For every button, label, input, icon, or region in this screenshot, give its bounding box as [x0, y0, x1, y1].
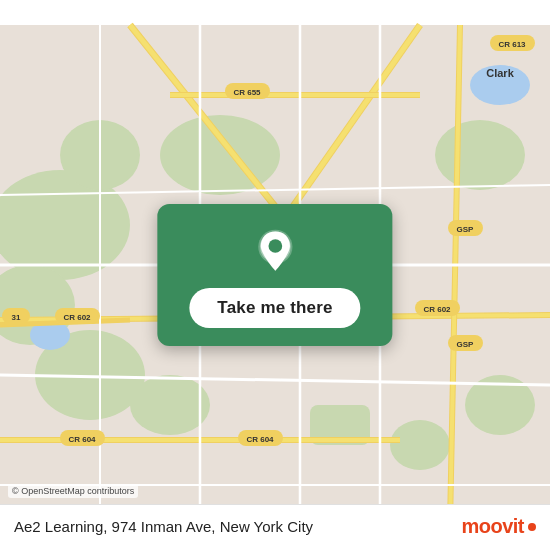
svg-text:GSP: GSP [457, 340, 475, 349]
svg-text:Clark: Clark [486, 67, 514, 79]
green-card: Take me there [157, 204, 392, 346]
moovit-logo: moovit [461, 515, 536, 538]
location-text-area: Ae2 Learning, 974 Inman Ave, New York Ci… [14, 518, 313, 535]
svg-point-5 [160, 115, 280, 195]
button-overlay: Take me there [157, 204, 392, 346]
svg-point-7 [435, 120, 525, 190]
svg-point-9 [390, 420, 450, 470]
svg-text:CR 655: CR 655 [233, 88, 261, 97]
svg-text:CR 602: CR 602 [63, 313, 91, 322]
location-pin-icon [251, 228, 299, 276]
svg-text:CR 604: CR 604 [246, 435, 274, 444]
svg-text:31: 31 [12, 313, 21, 322]
svg-text:CR 613: CR 613 [498, 40, 526, 49]
svg-point-4 [130, 375, 210, 435]
bottom-bar: Ae2 Learning, 974 Inman Ave, New York Ci… [0, 504, 550, 550]
svg-text:GSP: GSP [457, 225, 475, 234]
svg-point-59 [268, 239, 282, 253]
svg-text:CR 604: CR 604 [68, 435, 96, 444]
svg-text:CR 602: CR 602 [423, 305, 451, 314]
moovit-logo-text: moovit [461, 515, 524, 538]
osm-attribution: © OpenStreetMap contributors [8, 484, 138, 498]
location-name: Ae2 Learning, 974 Inman Ave, New York Ci… [14, 518, 313, 535]
map-container: CR 655 CR 613 CR 602 CR 602 CR 602 31 CR… [0, 0, 550, 550]
moovit-logo-dot [528, 523, 536, 531]
take-me-there-button[interactable]: Take me there [189, 288, 360, 328]
